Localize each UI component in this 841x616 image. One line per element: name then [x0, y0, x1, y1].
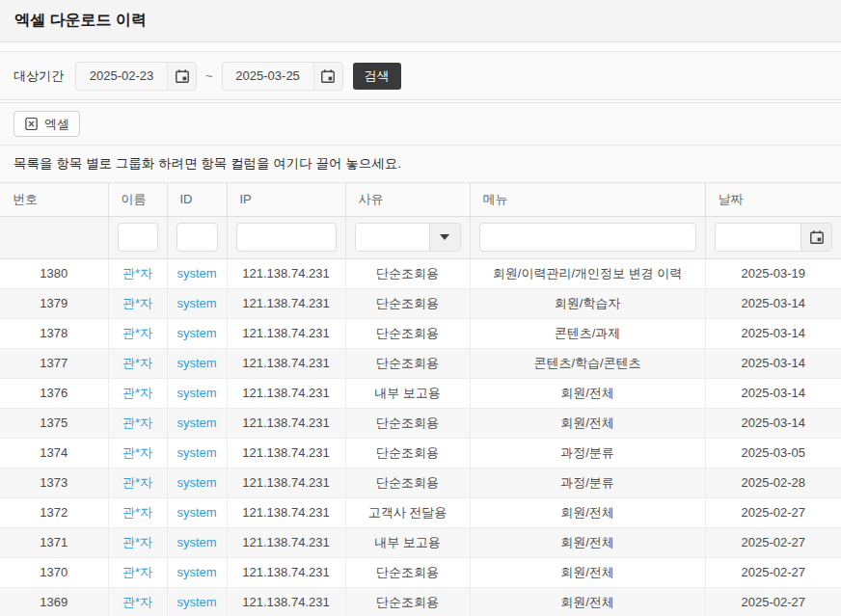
- cell-date: 2025-03-05: [705, 438, 841, 468]
- cell-ip: 121.138.74.231: [227, 497, 345, 527]
- id-link[interactable]: system: [176, 386, 216, 400]
- name-link[interactable]: 관*자: [122, 505, 152, 520]
- cell-id: system: [167, 527, 227, 557]
- table-row: 1377 관*자 system 121.138.74.231 단순조회용 콘텐츠…: [0, 348, 841, 378]
- date-from-input[interactable]: 2025-02-23: [76, 63, 167, 90]
- excel-button-label: 엑셀: [44, 116, 69, 133]
- cell-date: 2025-03-14: [705, 288, 841, 318]
- cell-date: 2025-03-14: [705, 348, 841, 378]
- name-link[interactable]: 관*자: [122, 386, 152, 400]
- id-link[interactable]: system: [176, 475, 216, 490]
- name-link[interactable]: 관*자: [122, 565, 152, 579]
- name-link[interactable]: 관*자: [122, 535, 152, 549]
- chevron-down-icon: [440, 234, 449, 240]
- download-history-grid: 엑셀 목록을 항목 별로 그룹화 하려면 항목 컬럼을 여기다 끌어 놓으세요.…: [0, 102, 841, 616]
- table-row: 1370 관*자 system 121.138.74.231 단순조회용 회원/…: [0, 557, 841, 587]
- cell-id: system: [167, 348, 227, 378]
- cell-date: 2025-03-14: [705, 318, 841, 348]
- id-filter-input[interactable]: [176, 223, 218, 252]
- date-range-filter-bar: 대상기간 2025-02-23 ~ 2025-03-25 검색: [0, 51, 841, 100]
- cell-reason: 내부 보고용: [345, 378, 470, 408]
- column-header-name[interactable]: 이름: [108, 183, 167, 216]
- cell-id: system: [167, 408, 227, 438]
- date-filter-input[interactable]: [716, 224, 801, 251]
- cell-menu: 회원/전체: [470, 557, 705, 587]
- column-header-id[interactable]: ID: [167, 183, 227, 216]
- ip-filter-input[interactable]: [236, 223, 337, 252]
- cell-ip: 121.138.74.231: [227, 258, 345, 288]
- table-row: 1369 관*자 system 121.138.74.231 단순조회용 회원/…: [0, 587, 841, 616]
- cell-ip: 121.138.74.231: [227, 378, 345, 408]
- cell-id: system: [167, 378, 227, 408]
- column-header-menu[interactable]: 메뉴: [470, 183, 705, 216]
- grid-toolbar: 엑셀: [0, 103, 841, 146]
- cell-id: system: [167, 468, 227, 497]
- id-link[interactable]: system: [176, 296, 216, 310]
- reason-dropdown-button[interactable]: [429, 224, 460, 251]
- cell-ip: 121.138.74.231: [227, 587, 345, 616]
- reason-filter-input[interactable]: [356, 224, 429, 251]
- id-link[interactable]: system: [176, 565, 216, 579]
- date-filter-picker[interactable]: [715, 223, 833, 252]
- id-link[interactable]: system: [176, 535, 216, 549]
- name-link[interactable]: 관*자: [122, 326, 152, 340]
- name-link[interactable]: 관*자: [122, 445, 152, 460]
- date-to-input[interactable]: 2025-03-25: [223, 63, 313, 90]
- cell-name: 관*자: [108, 497, 167, 527]
- cell-reason: 단순조회용: [345, 318, 470, 348]
- name-filter-input[interactable]: [118, 223, 158, 252]
- name-link[interactable]: 관*자: [122, 356, 152, 370]
- calendar-icon: [175, 68, 190, 84]
- cell-ip: 121.138.74.231: [227, 527, 345, 557]
- reason-filter-dropdown[interactable]: [355, 223, 461, 252]
- table-row: 1378 관*자 system 121.138.74.231 단순조회용 콘텐츠…: [0, 318, 841, 348]
- cell-date: 2025-02-28: [705, 468, 841, 497]
- column-header-no[interactable]: 번호: [0, 183, 108, 216]
- cell-no: 1369: [0, 587, 108, 616]
- cell-menu: 회원/전체: [470, 408, 705, 438]
- grouping-hint-text: 목록을 항목 별로 그룹화 하려면 항목 컬럼을 여기다 끌어 놓으세요.: [14, 155, 401, 173]
- date-from-calendar-button[interactable]: [167, 63, 196, 90]
- name-link[interactable]: 관*자: [122, 296, 152, 310]
- id-link[interactable]: system: [176, 326, 216, 340]
- id-link[interactable]: system: [176, 266, 216, 281]
- id-link[interactable]: system: [176, 445, 216, 460]
- column-header-date[interactable]: 날짜: [705, 183, 841, 216]
- filter-cell-reason: [345, 216, 470, 258]
- cell-name: 관*자: [108, 438, 167, 468]
- cell-name: 관*자: [108, 318, 167, 348]
- id-link[interactable]: system: [176, 505, 216, 520]
- table-row: 1375 관*자 system 121.138.74.231 단순조회용 회원/…: [0, 408, 841, 438]
- date-to-picker: 2025-03-25: [222, 62, 343, 91]
- cell-menu: 콘텐츠/학습/콘텐츠: [470, 348, 705, 378]
- cell-reason: 단순조회용: [345, 288, 470, 318]
- filter-cell-menu: [470, 216, 705, 258]
- cell-date: 2025-02-27: [705, 557, 841, 587]
- cell-reason: 단순조회용: [345, 557, 470, 587]
- cell-id: system: [167, 497, 227, 527]
- filter-cell-no: [0, 216, 108, 258]
- cell-id: system: [167, 258, 227, 288]
- name-link[interactable]: 관*자: [122, 595, 152, 609]
- cell-id: system: [167, 318, 227, 348]
- cell-ip: 121.138.74.231: [227, 438, 345, 468]
- excel-export-button[interactable]: 엑셀: [14, 111, 80, 137]
- menu-filter-input[interactable]: [479, 223, 696, 252]
- table-row: 1373 관*자 system 121.138.74.231 단순조회용 과정/…: [0, 468, 841, 497]
- cell-ip: 121.138.74.231: [227, 348, 345, 378]
- column-header-reason[interactable]: 사유: [345, 183, 470, 216]
- search-button[interactable]: 검색: [353, 63, 401, 90]
- name-link[interactable]: 관*자: [122, 475, 152, 490]
- table-row: 1371 관*자 system 121.138.74.231 내부 보고용 회원…: [0, 527, 841, 557]
- name-link[interactable]: 관*자: [122, 415, 152, 430]
- group-drop-zone[interactable]: 목록을 항목 별로 그룹화 하려면 항목 컬럼을 여기다 끌어 놓으세요.: [0, 146, 841, 183]
- calendar-icon: [809, 229, 825, 245]
- name-link[interactable]: 관*자: [122, 266, 152, 281]
- date-to-calendar-button[interactable]: [313, 63, 342, 90]
- column-header-ip[interactable]: IP: [227, 183, 345, 216]
- date-from-picker: 2025-02-23: [75, 62, 197, 91]
- id-link[interactable]: system: [176, 415, 216, 430]
- date-filter-calendar-button[interactable]: [800, 224, 831, 251]
- id-link[interactable]: system: [176, 595, 216, 609]
- id-link[interactable]: system: [176, 356, 216, 370]
